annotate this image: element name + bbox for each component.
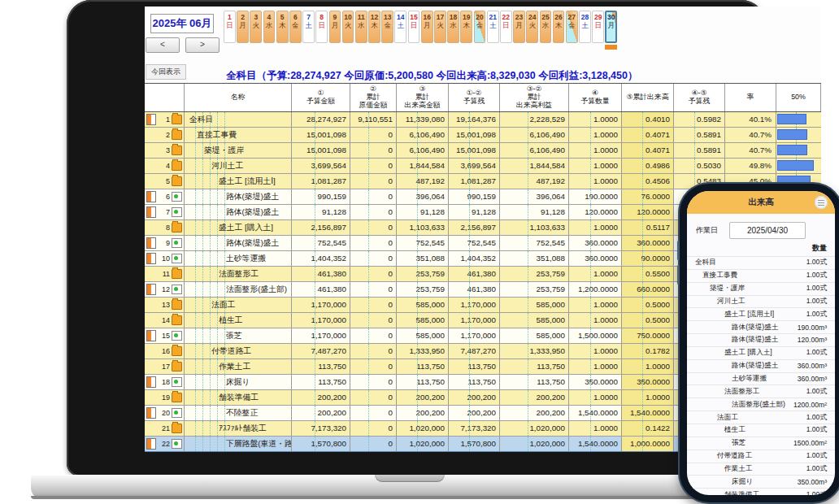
row-checkbox-icon[interactable] [146, 253, 156, 264]
phone-list-item[interactable]: 植生工1.00式 [687, 424, 835, 437]
phone-list-item[interactable]: 床掘り350.00m³ [687, 475, 835, 488]
calendar-day[interactable]: 4水 [263, 11, 276, 43]
row-checkbox-icon[interactable] [146, 407, 156, 419]
calendar-day[interactable]: 22日 [500, 11, 512, 43]
row-checkbox-icon[interactable] [146, 376, 156, 388]
next-month-button[interactable]: > [185, 37, 220, 53]
phone-list-item[interactable]: 路体(築堤)盛土190.00m³ [687, 320, 835, 333]
table-row[interactable]: 2直接工事費15,001,09806,106,49015,001,0986,10… [145, 128, 821, 143]
item-name-cell: 土砂等運搬 [185, 251, 292, 266]
calendar-day[interactable]: 17火 [434, 11, 446, 43]
calendar-day[interactable]: 14土 [394, 11, 406, 43]
value-cell: 0.5117 [622, 220, 674, 235]
phone-list-item[interactable]: 河川土工1.00式 [687, 295, 835, 308]
calendar-day-selected[interactable]: 30月 [605, 11, 617, 43]
phone-list-item[interactable]: 付帯道路工1.00式 [687, 450, 835, 463]
current-view-button[interactable]: 今回表示 [146, 64, 186, 80]
phone-list-item[interactable]: 路体(築堤)盛土360.00m³ [687, 359, 835, 372]
calendar-day[interactable]: 16月 [421, 11, 433, 43]
calendar-day[interactable]: 1日 [224, 11, 236, 43]
phone-list-item[interactable]: 舗装準備工1.00式 [687, 488, 835, 495]
phone-list-item[interactable]: 直接工事費1.00式 [687, 269, 835, 282]
month-selector[interactable]: 2025年 06月 [150, 14, 214, 33]
calendar-day[interactable]: 27金 [566, 11, 578, 43]
table-row[interactable]: 3築堤・護岸15,001,09806,106,49015,001,0986,10… [145, 143, 821, 159]
calendar-day[interactable]: 15日 [408, 11, 420, 43]
value-cell: 1,200.0000 [569, 282, 622, 297]
value-cell: 461,380 [292, 282, 350, 297]
calendar-day[interactable]: 19木 [460, 11, 472, 43]
row-checkbox-icon[interactable] [146, 237, 156, 249]
value-cell: 1,020,000 [397, 421, 449, 436]
phone-list-item[interactable]: 路体(築堤)盛土120.00m³ [687, 333, 835, 346]
phone-list-item[interactable]: 法面整形(盛土部)1200.00m² [687, 398, 835, 411]
calendar-day[interactable]: 2月 [237, 11, 249, 43]
phone-item-quantity: 120.00m³ [798, 336, 835, 344]
calendar-day[interactable]: 8日 [315, 11, 328, 43]
row-number: 11 [156, 270, 172, 278]
calendar-day[interactable]: 26木 [553, 11, 565, 43]
value-cell: 0 [350, 406, 397, 420]
row-number: 10 [156, 254, 172, 263]
table-row[interactable]: 4河川土工3,699,56401,844,5843,699,5641,844,5… [145, 159, 821, 174]
phone-item-name: 付帯道路工 [717, 451, 752, 461]
calendar-day[interactable]: 12木 [368, 11, 380, 43]
work-date-field[interactable]: 2025/04/30 [729, 222, 806, 239]
table-row[interactable]: 1全科目28,274,9279,110,55111,339,08019,164,… [145, 112, 821, 128]
calendar-day[interactable]: 28土 [579, 11, 591, 43]
item-name: 不陸整正 [226, 408, 258, 419]
phone-list-item[interactable]: 盛土工 [購入土]1.00式 [687, 346, 835, 359]
calendar-day[interactable]: 24火 [526, 11, 538, 43]
calendar-day[interactable]: 6金 [289, 11, 302, 43]
calendar-day[interactable]: 13金 [381, 11, 393, 43]
value-cell: 1.0000 [569, 359, 622, 374]
calendar-day[interactable]: 11水 [355, 11, 367, 43]
menu-icon[interactable] [815, 196, 828, 209]
value-cell: 0 [350, 128, 397, 142]
value-cell: 3,699,564 [449, 159, 500, 173]
day-number: 23 [515, 13, 523, 21]
value-cell: 350.0000 [622, 375, 674, 389]
row-checkbox-icon[interactable] [146, 438, 156, 450]
calendar-day[interactable]: 23月 [513, 11, 525, 43]
day-number: 30 [607, 13, 615, 21]
row-checkbox-icon[interactable] [146, 114, 156, 125]
row-checkbox-icon[interactable] [146, 330, 156, 341]
item-name-cell: 盛土工 [購入土] [185, 220, 292, 235]
row-checkbox-icon[interactable] [146, 191, 156, 202]
value-cell: 0 [350, 143, 397, 158]
value-cell: 15,001,098 [292, 143, 350, 158]
phone-item-name: 法面整形工 [724, 387, 759, 397]
calendar-day[interactable]: 21土 [487, 11, 499, 43]
item-name-cell: 全科目 [185, 112, 292, 127]
calendar-day[interactable]: 18水 [447, 11, 459, 43]
value-cell: 461,380 [292, 267, 350, 281]
value-cell: 1.0000 [569, 313, 622, 328]
phone-list-item[interactable]: 盛土工 [流用土Ⅰ]1.00式 [687, 307, 835, 320]
prev-month-button[interactable]: < [146, 37, 180, 53]
calendar-day[interactable]: 10火 [342, 11, 354, 43]
phone-list-item[interactable]: 作業土工1.00式 [687, 463, 835, 476]
value-cell: 1.0000 [569, 421, 622, 436]
calendar-day[interactable]: 25水 [540, 11, 552, 43]
calendar-day[interactable]: 3火 [250, 11, 262, 43]
phone-list-item[interactable]: 土砂等運搬360.00m³ [687, 372, 835, 385]
calendar-day[interactable]: 20金 [474, 11, 486, 43]
item-name: 法面工 [211, 300, 235, 311]
phone-list-item[interactable]: 法面整形工1.00式 [687, 385, 835, 398]
value-cell: 7,173,320 [449, 421, 500, 436]
calendar-day[interactable]: 9月 [329, 11, 341, 43]
phone-list-item[interactable]: 張芝1500.00m² [687, 437, 835, 450]
phone-list-item[interactable]: 法面工1.00式 [687, 411, 835, 424]
row-checkbox-icon[interactable] [146, 284, 156, 295]
day-number: 10 [344, 13, 351, 21]
row-checkbox-icon[interactable] [146, 206, 156, 218]
phone-list-item[interactable]: 全科目1.00式 [687, 256, 835, 269]
phone-item-name: 直接工事費 [702, 271, 737, 280]
calendar-day[interactable]: 29日 [592, 11, 604, 43]
column-header: ④-⑤ 予算残 [674, 84, 725, 111]
calendar-day[interactable]: 7土 [302, 11, 315, 43]
phone-list-item[interactable]: 築堤・護岸1.00式 [687, 282, 835, 295]
calendar-day[interactable]: 5木 [276, 11, 289, 43]
value-cell: 0.5000 [622, 313, 674, 328]
